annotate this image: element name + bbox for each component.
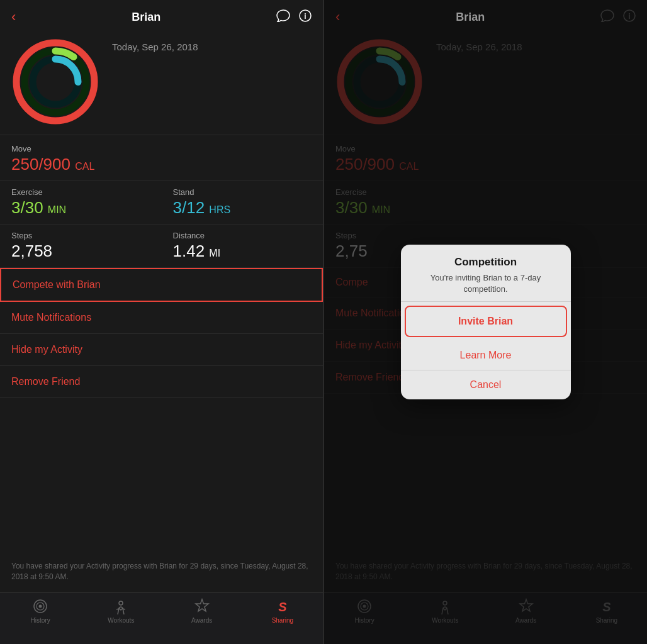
svg-point-10 xyxy=(39,605,42,608)
svg-text:i: i xyxy=(304,12,306,21)
tab-workouts-label: Workouts xyxy=(108,617,134,624)
stand-value: 3/12 HRS xyxy=(173,198,312,218)
page-title: Brian xyxy=(132,11,160,24)
compete-label: Compete with Brian xyxy=(13,279,101,290)
chat-icon[interactable] xyxy=(276,9,290,25)
mute-label: Mute Notifications xyxy=(11,312,91,323)
tab-workouts[interactable]: Workouts xyxy=(81,598,161,624)
steps-label: Steps xyxy=(11,231,150,240)
footer-note: You have shared your Activity progress w… xyxy=(0,551,323,592)
tab-awards-label: Awards xyxy=(191,617,212,624)
activity-rings xyxy=(11,38,99,126)
left-header: ‹ Brian i xyxy=(0,0,323,31)
tab-history-label: History xyxy=(31,617,50,624)
move-label: Move xyxy=(11,144,312,153)
hide-label: Hide my Activity xyxy=(11,344,82,355)
svg-text:S: S xyxy=(278,600,287,614)
move-stat: Move 250/900 CAL xyxy=(0,135,323,181)
learn-more-button[interactable]: Learn More xyxy=(401,341,571,370)
distance-stat: Distance 1.42 MI xyxy=(162,225,324,267)
stand-label: Stand xyxy=(173,187,312,197)
modal-header: Competition You're inviting Brian to a 7… xyxy=(401,245,571,301)
exercise-value: 3/30 MIN xyxy=(11,198,150,218)
exercise-label: Exercise xyxy=(11,187,150,197)
steps-stat: Steps 2,758 xyxy=(0,225,162,267)
action-list: Compete with Brian Mute Notifications Hi… xyxy=(0,268,323,551)
remove-label: Remove Friend xyxy=(11,376,80,387)
hide-activity-button[interactable]: Hide my Activity xyxy=(0,334,323,366)
cancel-button[interactable]: Cancel xyxy=(401,370,571,399)
tab-awards[interactable]: Awards xyxy=(162,598,242,624)
left-panel: ‹ Brian i xyxy=(0,0,324,644)
tab-sharing-label: Sharing xyxy=(272,617,293,624)
move-value: 250/900 CAL xyxy=(11,155,312,174)
tab-sharing[interactable]: S Sharing xyxy=(242,598,323,624)
modal-title: Competition xyxy=(414,256,558,269)
back-button[interactable]: ‹ xyxy=(11,9,16,25)
header-icons: i xyxy=(276,9,312,25)
remove-friend-button[interactable]: Remove Friend xyxy=(0,366,323,398)
invite-brian-button[interactable]: Invite Brian xyxy=(405,306,567,337)
modal-dialog: Competition You're inviting Brian to a 7… xyxy=(401,245,571,399)
exercise-stat: Exercise 3/30 MIN xyxy=(0,181,162,224)
stand-stat: Stand 3/12 HRS xyxy=(162,181,324,224)
steps-value: 2,758 xyxy=(11,242,150,261)
compete-button[interactable]: Compete with Brian xyxy=(0,268,323,302)
distance-value: 1.42 MI xyxy=(173,242,312,261)
steps-distance-row: Steps 2,758 Distance 1.42 MI xyxy=(0,225,323,268)
svg-marker-12 xyxy=(196,599,208,611)
activity-section: Today, Sep 26, 2018 xyxy=(0,31,323,135)
svg-point-11 xyxy=(119,601,123,605)
svg-point-3 xyxy=(16,43,94,121)
mute-notifications-button[interactable]: Mute Notifications xyxy=(0,302,323,334)
modal-overlay: Competition You're inviting Brian to a 7… xyxy=(324,0,647,644)
right-panel: ‹ Brian i xyxy=(324,0,647,644)
date-label: Today, Sep 26, 2018 xyxy=(112,38,198,52)
tab-bar: History Workouts Awards S Sharing xyxy=(0,592,323,644)
info-icon[interactable]: i xyxy=(299,9,312,25)
exercise-stand-row: Exercise 3/30 MIN Stand 3/12 HRS xyxy=(0,181,323,225)
tab-history[interactable]: History xyxy=(0,598,81,624)
modal-divider xyxy=(401,301,571,302)
distance-label: Distance xyxy=(173,231,312,240)
modal-subtitle: You're inviting Brian to a 7-day competi… xyxy=(414,272,558,295)
